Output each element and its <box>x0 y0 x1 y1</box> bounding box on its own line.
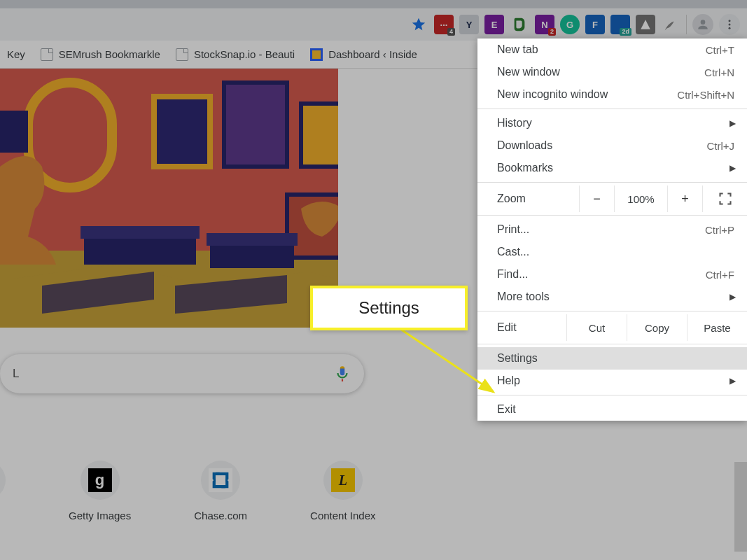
bm-label: Key <box>7 48 25 60</box>
menu-help[interactable]: Help▶ <box>477 370 747 392</box>
svg-rect-20 <box>0 111 28 153</box>
menu-downloads[interactable]: DownloadsCtrl+J <box>477 134 747 157</box>
menu-new-incognito[interactable]: New incognito windowCtrl+Shift+N <box>477 83 747 106</box>
ext-label: Y <box>466 20 473 30</box>
ext-label: ··· <box>440 20 448 30</box>
ext-pdf[interactable] <box>636 15 655 34</box>
zoom-out-button[interactable]: − <box>579 186 614 212</box>
menu-cast[interactable]: Cast... <box>477 241 747 263</box>
menu-history[interactable]: History▶ <box>477 112 747 134</box>
svg-rect-14 <box>81 226 200 239</box>
tile-icon: g <box>88 468 112 492</box>
menu-edit: Edit Cut Copy Paste <box>477 314 747 341</box>
annotation-callout: Settings <box>310 286 468 330</box>
sc-ms[interactable]: M MS <box>0 461 6 522</box>
search-input[interactable] <box>13 367 333 381</box>
menu-print[interactable]: Print...Ctrl+P <box>477 218 747 241</box>
svg-point-0 <box>729 20 731 22</box>
shortcuts-grid: M MS g Getty Images Chase.com L Content … <box>0 461 375 522</box>
bm-key[interactable]: Key <box>3 46 29 63</box>
menu-new-tab[interactable]: New tabCtrl+T <box>477 38 747 61</box>
menu-bookmarks[interactable]: Bookmarks▶ <box>477 157 747 179</box>
ext-label: N <box>541 20 547 30</box>
search-box[interactable] <box>0 354 364 393</box>
ext-quill[interactable] <box>661 15 680 34</box>
document-icon <box>41 48 53 61</box>
chevron-right-icon: ▶ <box>729 118 736 128</box>
ext-badge: 4 <box>447 28 455 36</box>
menu-more-tools[interactable]: More tools▶ <box>477 286 747 308</box>
tile-icon <box>209 468 232 492</box>
ext-lastpass[interactable]: ···4 <box>434 15 454 34</box>
divider <box>686 15 687 34</box>
sc-getty[interactable]: g Getty Images <box>69 461 131 522</box>
menu-find[interactable]: Find...Ctrl+F <box>477 263 747 286</box>
bm-semrush[interactable]: SEMrush Bookmarkle <box>36 46 165 64</box>
ext-evernote[interactable] <box>510 15 529 34</box>
svg-point-1 <box>729 24 731 26</box>
ext-y[interactable]: Y <box>459 15 479 34</box>
svg-rect-8 <box>154 97 210 167</box>
menu-new-window[interactable]: New windowCtrl+N <box>477 61 747 83</box>
menu-exit[interactable]: Exit <box>477 398 747 421</box>
browser-toolbar: ···4 Y E N2 G F 2d <box>0 8 747 41</box>
chevron-right-icon: ▶ <box>729 163 736 173</box>
edit-paste-button[interactable]: Paste <box>687 314 747 341</box>
favicon-icon <box>310 48 323 61</box>
svg-rect-9 <box>224 83 287 167</box>
chrome-menu-button[interactable] <box>719 14 740 35</box>
zoom-value: 100% <box>614 186 667 212</box>
svg-rect-10 <box>301 104 338 167</box>
sc-label: Chase.com <box>194 510 247 522</box>
tile-icon: L <box>331 468 355 492</box>
ext-label: F <box>592 20 598 30</box>
ext-label: G <box>566 20 573 30</box>
ext-grammarly[interactable]: G <box>560 15 580 34</box>
bookmark-star-icon[interactable] <box>409 15 428 34</box>
menu-settings[interactable]: Settings <box>477 347 747 370</box>
sc-label: Content Index <box>310 510 375 522</box>
ext-label: E <box>491 20 498 30</box>
callout-label: Settings <box>358 298 419 318</box>
annotation-arrow <box>389 319 515 410</box>
profile-avatar[interactable] <box>692 14 713 35</box>
edit-cut-button[interactable]: Cut <box>566 314 627 341</box>
ext-onenote[interactable]: N2 <box>535 15 554 34</box>
edit-copy-button[interactable]: Copy <box>627 314 687 341</box>
sc-label: Getty Images <box>69 510 131 522</box>
sc-content[interactable]: L Content Index <box>310 461 375 522</box>
bm-label: SEMrush Bookmarkle <box>59 48 160 60</box>
ext-e[interactable]: E <box>484 15 504 34</box>
zoom-in-button[interactable]: + <box>667 186 702 212</box>
svg-rect-16 <box>207 233 298 246</box>
svg-rect-15 <box>210 244 294 268</box>
fullscreen-button[interactable] <box>702 186 747 212</box>
bm-dashboard[interactable]: Dashboard ‹ Inside <box>306 46 421 64</box>
svg-rect-4 <box>312 50 321 59</box>
ext-badge: 2d <box>620 28 631 36</box>
bm-label: StockSnap.io - Beauti <box>194 48 295 60</box>
menu-zoom: Zoom − 100% + <box>477 186 747 212</box>
zoom-label: Zoom <box>477 186 579 212</box>
chevron-right-icon: ▶ <box>729 292 736 302</box>
svg-line-21 <box>394 325 494 392</box>
voice-search-icon[interactable] <box>333 365 351 383</box>
google-doodle[interactable] <box>0 69 338 328</box>
sc-chase[interactable]: Chase.com <box>194 461 247 522</box>
scrollbar-thumb[interactable] <box>734 462 747 552</box>
bm-label: Dashboard ‹ Inside <box>328 48 417 60</box>
tab-strip <box>0 0 747 8</box>
svg-rect-13 <box>84 237 196 265</box>
bm-stocksnap[interactable]: StockSnap.io - Beauti <box>172 46 299 64</box>
svg-point-2 <box>729 27 731 29</box>
ext-f[interactable]: F <box>585 15 605 34</box>
ext-badge: 2 <box>548 28 556 36</box>
chevron-right-icon: ▶ <box>729 376 736 386</box>
ext-2d[interactable]: 2d <box>610 15 630 34</box>
document-icon <box>176 48 188 61</box>
chrome-menu: New tabCtrl+T New windowCtrl+N New incog… <box>477 38 747 421</box>
